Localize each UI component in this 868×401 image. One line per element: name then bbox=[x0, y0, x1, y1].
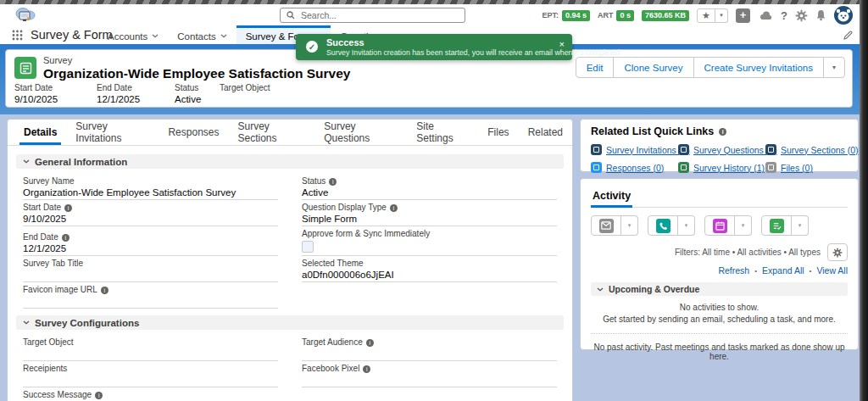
more-actions-dropdown-button[interactable]: ▾ bbox=[823, 57, 845, 78]
past-activity-text: No past activity. Past meetings and task… bbox=[591, 343, 848, 361]
art-indicator: ART 0 s bbox=[598, 10, 634, 21]
tab-details[interactable]: Details bbox=[14, 120, 66, 145]
upcoming-overdue-section[interactable]: Upcoming & Overdue bbox=[591, 282, 848, 296]
task-list-icon bbox=[770, 219, 784, 233]
tab-survey-questions[interactable]: Survey Questions bbox=[314, 120, 407, 145]
section-survey-configurations[interactable]: Survey Configurations bbox=[16, 315, 564, 330]
general-information-fields: Survey Name Organization-Wide Employee S… bbox=[16, 176, 564, 311]
email-dropdown-button[interactable]: ▾ bbox=[621, 215, 638, 236]
favorites-dropdown-button[interactable]: ▾ bbox=[715, 8, 728, 23]
activity-composer: ▾ ▾ ▾ bbox=[591, 215, 848, 236]
quick-link-survey-questions[interactable]: Survey Questions (4) bbox=[678, 144, 765, 155]
highlight-start-date: Start Date 9/10/2025 bbox=[14, 83, 97, 104]
phone-icon bbox=[656, 219, 670, 233]
create-survey-invitations-button[interactable]: Create Survey Invitations bbox=[693, 57, 824, 78]
activity-filters-row: Filters: All time • All activities • All… bbox=[591, 243, 848, 261]
favorites-star-button[interactable]: ★ bbox=[697, 8, 715, 23]
section-general-information[interactable]: General Information bbox=[16, 154, 564, 169]
files-icon bbox=[765, 162, 776, 173]
art-badge: 0 s bbox=[616, 10, 634, 21]
quick-link-responses[interactable]: Responses (0) bbox=[591, 162, 678, 173]
activity-filter-gear-button[interactable] bbox=[827, 243, 848, 261]
ept-label: EPT: bbox=[542, 11, 559, 19]
record-actions: Edit Clone Survey Create Survey Invitati… bbox=[576, 57, 845, 78]
field-receipients: Receipients bbox=[23, 364, 278, 387]
new-event-button[interactable] bbox=[704, 215, 735, 236]
app-launcher-icon[interactable] bbox=[12, 30, 23, 41]
field-target-object: Target Object bbox=[23, 337, 278, 361]
favorites-group: ★ ▾ bbox=[697, 8, 728, 23]
calendar-icon bbox=[713, 219, 727, 233]
activity-tabs: Activity bbox=[591, 187, 848, 208]
art-label: ART bbox=[598, 11, 614, 19]
tab-survey-sections[interactable]: Survey Sections bbox=[229, 120, 315, 145]
task-dropdown-button[interactable]: ▾ bbox=[792, 215, 809, 236]
tab-site-settings[interactable]: Site Settings bbox=[407, 120, 478, 145]
tab-related[interactable]: Related bbox=[519, 120, 572, 145]
ept-badge: 0.94 s bbox=[562, 10, 590, 21]
refresh-link[interactable]: Refresh bbox=[718, 265, 749, 276]
nav-tab-contacts[interactable]: Contacts bbox=[168, 25, 236, 44]
quick-link-survey-history[interactable]: Survey History (1) bbox=[678, 162, 765, 173]
expand-all-link[interactable]: Expand All bbox=[762, 265, 804, 276]
call-button[interactable] bbox=[648, 215, 678, 236]
clone-survey-button[interactable]: Clone Survey bbox=[613, 57, 693, 78]
activity-filters-text: Filters: All time • All activities • All… bbox=[675, 248, 821, 257]
email-button[interactable] bbox=[591, 215, 621, 236]
activity-card: Activity ▾ ▾ bbox=[580, 178, 859, 350]
help-button[interactable]: ? bbox=[781, 9, 787, 22]
highlight-status: Status Active bbox=[175, 83, 220, 104]
tab-responses[interactable]: Responses bbox=[159, 120, 228, 145]
notifications-bell-icon[interactable] bbox=[815, 9, 826, 21]
edit-nav-pencil-icon[interactable] bbox=[843, 31, 853, 40]
survey-history-icon bbox=[678, 162, 689, 173]
info-icon bbox=[366, 339, 374, 347]
view-all-link[interactable]: View All bbox=[816, 265, 848, 276]
event-action-group: ▾ bbox=[704, 215, 752, 236]
chevron-down-icon bbox=[23, 320, 30, 325]
user-avatar[interactable] bbox=[834, 6, 853, 25]
record-object-label: Survey bbox=[43, 55, 72, 65]
field-success-message: Success Message Survey submitted success… bbox=[23, 390, 278, 401]
global-header: EPT: 0.94 s ART 0 s 7630.65 KB ★ ▾ + ? bbox=[0, 4, 868, 25]
tab-survey-invitations[interactable]: Survey Invitations bbox=[66, 120, 159, 145]
field-survey-name: Survey Name Organization-Wide Employee S… bbox=[23, 176, 278, 200]
toast-title: Success bbox=[326, 37, 364, 47]
field-status: Status Active bbox=[302, 176, 557, 200]
guidance-cloud-icon[interactable] bbox=[758, 9, 773, 21]
close-icon[interactable]: × bbox=[559, 40, 565, 49]
window-right-edge bbox=[860, 0, 868, 401]
setup-gear-icon[interactable] bbox=[795, 9, 808, 22]
tab-activity[interactable]: Activity bbox=[591, 190, 632, 208]
call-dropdown-button[interactable]: ▾ bbox=[678, 215, 695, 236]
highlights-row: Start Date 9/10/2025 End Date 12/1/2025 … bbox=[14, 83, 321, 104]
quick-link-survey-invitations[interactable]: Survey Invitations (0) bbox=[591, 144, 678, 155]
activity-links: Refresh • Expand All • View All bbox=[591, 265, 848, 276]
info-icon bbox=[390, 204, 398, 212]
call-action-group: ▾ bbox=[648, 215, 695, 236]
search-input[interactable] bbox=[299, 9, 447, 21]
new-task-button[interactable] bbox=[761, 215, 792, 236]
quick-link-survey-sections[interactable]: Survey Sections (0) bbox=[765, 144, 853, 155]
survey-configurations-fields: Target Object Target Audience Receipient… bbox=[16, 337, 564, 401]
approve-sync-checkbox[interactable] bbox=[302, 241, 314, 253]
info-icon bbox=[64, 204, 72, 212]
details-content: General Information Survey Name Organiza… bbox=[8, 146, 572, 401]
global-search[interactable] bbox=[280, 8, 465, 23]
quick-links-title: Related List Quick Links bbox=[591, 125, 848, 137]
event-dropdown-button[interactable]: ▾ bbox=[735, 215, 752, 236]
quick-link-files[interactable]: Files (0) bbox=[765, 162, 853, 173]
tab-files[interactable]: Files bbox=[478, 120, 518, 145]
field-end-date: End Date 12/1/2025 bbox=[23, 232, 278, 256]
activity-divider bbox=[591, 333, 848, 334]
gear-icon bbox=[832, 248, 843, 258]
record-tabs: Details Survey Invitations Responses Sur… bbox=[8, 120, 572, 146]
info-icon bbox=[62, 234, 70, 242]
global-actions-button[interactable]: + bbox=[736, 8, 750, 23]
edit-button[interactable]: Edit bbox=[576, 57, 615, 78]
chevron-down-icon bbox=[220, 34, 227, 38]
info-icon bbox=[363, 365, 370, 373]
nav-tab-accounts[interactable]: Accounts bbox=[98, 25, 168, 44]
email-action-group: ▾ bbox=[591, 215, 638, 236]
record-title: Organization-Wide Employee Satisfaction … bbox=[43, 66, 350, 81]
